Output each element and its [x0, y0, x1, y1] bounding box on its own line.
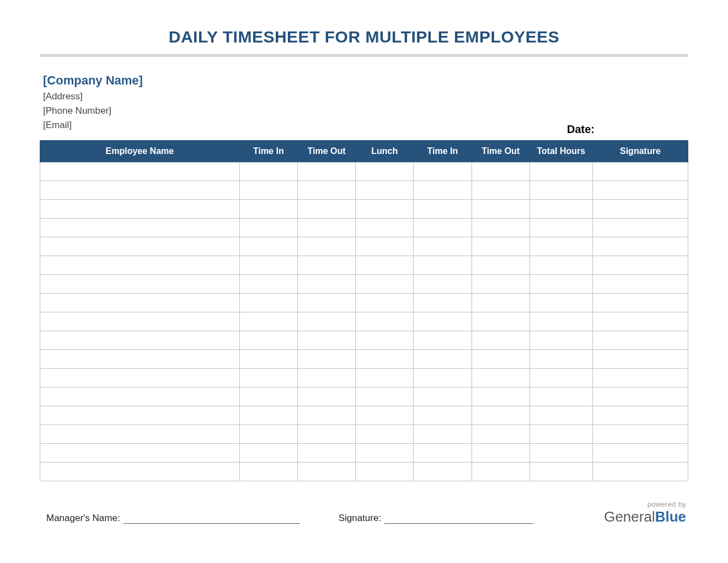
- table-cell[interactable]: [592, 349, 688, 368]
- table-cell[interactable]: [529, 331, 592, 349]
- table-cell[interactable]: [592, 218, 688, 237]
- table-cell[interactable]: [414, 237, 472, 256]
- table-cell[interactable]: [239, 424, 297, 443]
- table-cell[interactable]: [529, 349, 592, 368]
- table-cell[interactable]: [472, 424, 529, 443]
- table-cell[interactable]: [239, 199, 297, 218]
- table-cell[interactable]: [529, 424, 592, 443]
- table-cell[interactable]: [297, 387, 355, 406]
- table-cell[interactable]: [297, 162, 355, 180]
- table-cell[interactable]: [472, 368, 529, 387]
- table-cell[interactable]: [239, 237, 297, 256]
- table-cell[interactable]: [356, 462, 414, 481]
- table-cell[interactable]: [414, 293, 472, 312]
- table-cell[interactable]: [239, 312, 297, 331]
- table-cell[interactable]: [472, 443, 529, 462]
- table-cell[interactable]: [356, 237, 414, 256]
- table-cell[interactable]: [40, 274, 240, 293]
- table-cell[interactable]: [356, 331, 414, 349]
- table-cell[interactable]: [239, 293, 297, 312]
- table-cell[interactable]: [239, 387, 297, 406]
- table-cell[interactable]: [297, 274, 355, 293]
- table-cell[interactable]: [40, 218, 240, 237]
- table-cell[interactable]: [414, 462, 472, 481]
- table-cell[interactable]: [356, 312, 414, 331]
- table-cell[interactable]: [592, 424, 688, 443]
- table-cell[interactable]: [529, 218, 592, 237]
- table-cell[interactable]: [414, 256, 472, 274]
- table-cell[interactable]: [592, 199, 688, 218]
- table-cell[interactable]: [472, 406, 529, 424]
- table-cell[interactable]: [297, 368, 355, 387]
- table-cell[interactable]: [529, 368, 592, 387]
- table-cell[interactable]: [472, 180, 529, 199]
- table-cell[interactable]: [592, 256, 688, 274]
- table-cell[interactable]: [356, 199, 414, 218]
- table-cell[interactable]: [40, 368, 240, 387]
- table-cell[interactable]: [472, 312, 529, 331]
- table-cell[interactable]: [297, 218, 355, 237]
- table-cell[interactable]: [297, 180, 355, 199]
- table-cell[interactable]: [414, 199, 472, 218]
- table-cell[interactable]: [297, 293, 355, 312]
- table-cell[interactable]: [592, 180, 688, 199]
- table-cell[interactable]: [356, 424, 414, 443]
- table-cell[interactable]: [239, 368, 297, 387]
- table-cell[interactable]: [472, 162, 529, 180]
- table-cell[interactable]: [592, 293, 688, 312]
- table-cell[interactable]: [414, 162, 472, 180]
- table-cell[interactable]: [414, 331, 472, 349]
- table-cell[interactable]: [414, 180, 472, 199]
- table-cell[interactable]: [472, 349, 529, 368]
- table-cell[interactable]: [529, 387, 592, 406]
- table-cell[interactable]: [414, 349, 472, 368]
- table-cell[interactable]: [529, 256, 592, 274]
- table-cell[interactable]: [472, 199, 529, 218]
- table-cell[interactable]: [239, 462, 297, 481]
- table-cell[interactable]: [414, 274, 472, 293]
- table-cell[interactable]: [472, 256, 529, 274]
- table-cell[interactable]: [592, 274, 688, 293]
- table-cell[interactable]: [239, 331, 297, 349]
- table-cell[interactable]: [40, 424, 240, 443]
- table-cell[interactable]: [297, 199, 355, 218]
- table-cell[interactable]: [592, 387, 688, 406]
- table-cell[interactable]: [356, 180, 414, 199]
- table-cell[interactable]: [297, 312, 355, 331]
- table-cell[interactable]: [356, 162, 414, 180]
- table-cell[interactable]: [529, 293, 592, 312]
- table-cell[interactable]: [356, 443, 414, 462]
- table-cell[interactable]: [40, 406, 240, 424]
- table-cell[interactable]: [297, 256, 355, 274]
- table-cell[interactable]: [529, 162, 592, 180]
- table-cell[interactable]: [40, 387, 240, 406]
- table-cell[interactable]: [40, 349, 240, 368]
- table-cell[interactable]: [592, 443, 688, 462]
- table-cell[interactable]: [592, 237, 688, 256]
- table-cell[interactable]: [472, 237, 529, 256]
- table-cell[interactable]: [297, 237, 355, 256]
- table-cell[interactable]: [239, 349, 297, 368]
- table-cell[interactable]: [414, 406, 472, 424]
- table-cell[interactable]: [414, 312, 472, 331]
- table-cell[interactable]: [356, 256, 414, 274]
- table-cell[interactable]: [529, 237, 592, 256]
- table-cell[interactable]: [592, 368, 688, 387]
- table-cell[interactable]: [356, 406, 414, 424]
- table-cell[interactable]: [592, 162, 688, 180]
- table-cell[interactable]: [592, 312, 688, 331]
- table-cell[interactable]: [40, 199, 240, 218]
- table-cell[interactable]: [529, 274, 592, 293]
- table-cell[interactable]: [592, 406, 688, 424]
- table-cell[interactable]: [472, 293, 529, 312]
- table-cell[interactable]: [592, 462, 688, 481]
- table-cell[interactable]: [239, 274, 297, 293]
- table-cell[interactable]: [40, 331, 240, 349]
- table-cell[interactable]: [40, 237, 240, 256]
- table-cell[interactable]: [40, 162, 240, 180]
- table-cell[interactable]: [297, 443, 355, 462]
- table-cell[interactable]: [472, 274, 529, 293]
- table-cell[interactable]: [239, 162, 297, 180]
- table-cell[interactable]: [297, 424, 355, 443]
- table-cell[interactable]: [592, 331, 688, 349]
